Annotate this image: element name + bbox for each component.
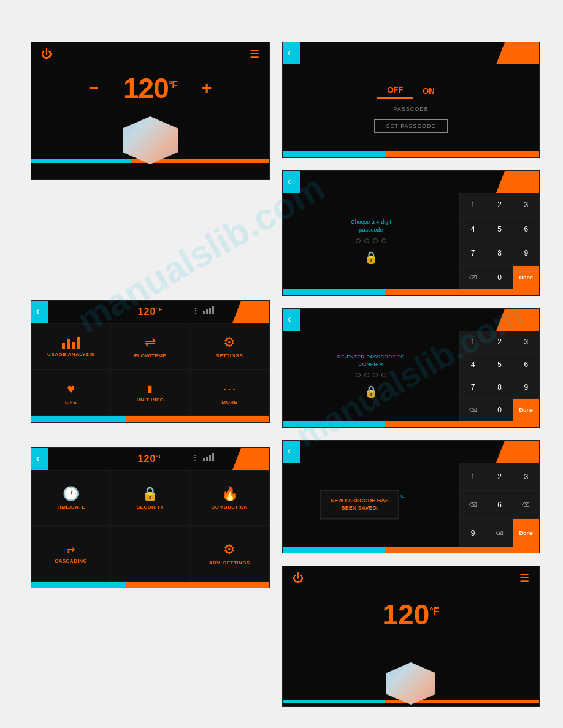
choose-passcode-panel: ‹ 145°F Choose a 4-digitpasscode 🔒 1 2 3… xyxy=(282,170,540,296)
temp-display: − 120°F + xyxy=(31,66,269,108)
numpad-4[interactable]: 4 xyxy=(460,218,486,241)
temp-increase-button[interactable]: + xyxy=(202,78,212,98)
numpad-6[interactable]: 6 xyxy=(486,491,512,518)
menu-item-time-date[interactable]: 🕐 TIME/DATE xyxy=(31,470,110,526)
menu-icon[interactable]: ☰ xyxy=(250,47,259,61)
lock-icon: 🔒 xyxy=(364,251,378,264)
back-button[interactable]: ‹ xyxy=(36,306,39,317)
adv-gear-icon: ⚙ xyxy=(223,542,236,558)
adv-settings-label: ADV. SETTINGS xyxy=(209,560,250,566)
numpad-0[interactable]: 0 xyxy=(486,399,512,421)
numpad-backspace3[interactable]: ⌫ xyxy=(486,519,512,547)
back-button[interactable]: ‹ xyxy=(288,47,291,58)
set-passcode-button[interactable]: SET PASSCODE xyxy=(374,119,447,133)
numpad-3[interactable]: 3 xyxy=(513,331,539,353)
clock-icon: 🕐 xyxy=(63,486,79,502)
numpad-2[interactable]: 2 xyxy=(486,331,512,353)
panel-header: ‹ 145°F xyxy=(283,309,539,331)
passcode-label: PASSCODE xyxy=(393,106,428,112)
menu-item-cascading[interactable]: ⇄ CASCADING xyxy=(31,526,110,582)
bottom-accent xyxy=(283,547,539,553)
numpad-7[interactable]: 7 xyxy=(460,376,486,398)
menu-item-combustion[interactable]: 🔥 COMBUSTION xyxy=(190,470,269,526)
numpad-8[interactable]: 8 xyxy=(486,376,512,398)
signal-icon xyxy=(203,306,214,316)
passcode-reentry-content: RE-ENTER PASSCODE TOCONFIRM 🔒 1 2 3 4 5 … xyxy=(283,331,539,421)
main-menu-panel: ‹ 120°F ⋮ 120°F xyxy=(31,300,270,423)
power-icon[interactable]: ⏻ xyxy=(41,48,52,61)
header-temperature: 120°F xyxy=(138,306,163,317)
bottom-accent xyxy=(31,582,269,588)
unit-info-icon: ▮ xyxy=(147,383,153,395)
menu-icon[interactable]: ☰ xyxy=(519,571,529,585)
panel-header: ‹ 145°F xyxy=(283,171,539,193)
numpad-1[interactable]: 1 xyxy=(460,193,486,217)
bottom-accent xyxy=(283,421,539,427)
numpad-2[interactable]: 2 xyxy=(486,193,512,217)
temp-decrease-button[interactable]: − xyxy=(89,78,99,98)
panel-header: ‹ 120°F xyxy=(283,42,539,64)
temp-display: 120°F xyxy=(283,590,539,636)
passcode-dots xyxy=(356,238,386,243)
numpad-1[interactable]: 1 xyxy=(460,331,486,353)
menu-item-settings[interactable]: ⚙ SETTINGS xyxy=(190,323,269,370)
numpad-6[interactable]: 6 xyxy=(513,218,539,241)
top-bar: ⏻ ☰ xyxy=(283,566,539,590)
passcode-saved-content: RE-ENTER PASSCODE TOCON... 1 2 3 ⌫ 6 ⌫ 9… xyxy=(283,463,539,547)
numpad-6[interactable]: 6 xyxy=(513,354,539,376)
numpad-backspace2[interactable]: ⌫ xyxy=(513,491,539,518)
numpad-9[interactable]: 9 xyxy=(513,241,539,265)
menu-item-flow-temp[interactable]: ⇌ FLOW/TEMP xyxy=(110,323,190,370)
numpad-1[interactable]: 1 xyxy=(460,463,486,490)
numpad-done[interactable]: Done xyxy=(513,266,539,290)
settings-icon: ⚙ xyxy=(223,335,236,351)
numpad-0[interactable]: 0 xyxy=(486,266,512,290)
toggle-off-button[interactable]: OFF xyxy=(377,83,413,99)
numpad-2[interactable]: 2 xyxy=(486,463,512,490)
more-label: MORE xyxy=(221,400,237,405)
menu-item-unit-info[interactable]: ▮ UNIT INFO xyxy=(110,370,190,416)
temperature-hexagon xyxy=(386,662,435,705)
numpad-done[interactable]: Done xyxy=(513,399,539,421)
menu-item-security[interactable]: 🔒 SECURITY xyxy=(110,470,190,526)
toggle-on-button[interactable]: ON xyxy=(413,84,445,98)
passcode-toggle-content: OFF ON PASSCODE SET PASSCODE xyxy=(283,64,539,151)
numpad-5[interactable]: 5 xyxy=(486,354,512,376)
bottom-accent xyxy=(283,151,539,157)
numpad-3[interactable]: 3 xyxy=(513,193,539,217)
combustion-label: COMBUSTION xyxy=(211,504,248,510)
dot-1 xyxy=(356,373,361,377)
menu-item-usage-analysis[interactable]: USAGE ANALYSIS xyxy=(31,323,110,370)
more-menu-panel: ‹ 120°F ⋮ 120°F 🕐 TIME/DATE xyxy=(31,447,270,588)
menu-item-life[interactable]: ♥ LIFE xyxy=(31,370,110,416)
unit-info-label: UNIT INFO xyxy=(137,397,164,403)
back-button[interactable]: ‹ xyxy=(288,176,291,187)
numpad-7[interactable]: 7 xyxy=(460,241,486,265)
numpad-5[interactable]: 5 xyxy=(486,218,512,241)
panel-header: ‹ 120°F ⋮ 120°F xyxy=(31,301,269,323)
numpad-9[interactable]: 9 xyxy=(460,519,486,547)
bar-chart-icon xyxy=(62,336,80,349)
power-icon[interactable]: ⏻ xyxy=(293,572,304,585)
numpad-backspace[interactable]: ⌫ xyxy=(460,266,486,290)
numpad-8[interactable]: 8 xyxy=(486,241,512,265)
menu-item-adv-settings[interactable]: ⚙ ADV. SETTINGS xyxy=(190,526,269,582)
numpad-done[interactable]: Done xyxy=(513,519,539,547)
numpad-3[interactable]: 3 xyxy=(513,463,539,490)
dot-3 xyxy=(373,238,378,243)
numpad-9[interactable]: 9 xyxy=(513,376,539,398)
numpad-4[interactable]: 4 xyxy=(460,354,486,376)
header-icons: ⋮ xyxy=(191,306,214,316)
time-date-label: TIME/DATE xyxy=(56,504,85,510)
passcode-saved-notification: NEW PASSCODE HASBEEN SAVED. xyxy=(320,490,399,519)
numpad: 1 2 3 4 5 6 7 8 9 ⌫ 0 Done xyxy=(459,193,539,289)
numpad-backspace[interactable]: ⌫ xyxy=(460,491,486,518)
panel-header: ‹ 120°F xyxy=(283,441,539,463)
back-button[interactable]: ‹ xyxy=(288,314,291,325)
menu-grid: USAGE ANALYSIS ⇌ FLOW/TEMP ⚙ SETTINGS ♥ … xyxy=(31,323,269,416)
menu-item-more[interactable]: ⋯ MORE xyxy=(190,370,269,416)
passcode-toggle: OFF ON xyxy=(377,83,445,99)
numpad-backspace[interactable]: ⌫ xyxy=(460,399,486,421)
back-button[interactable]: ‹ xyxy=(288,446,291,457)
back-button[interactable]: ‹ xyxy=(36,453,39,464)
